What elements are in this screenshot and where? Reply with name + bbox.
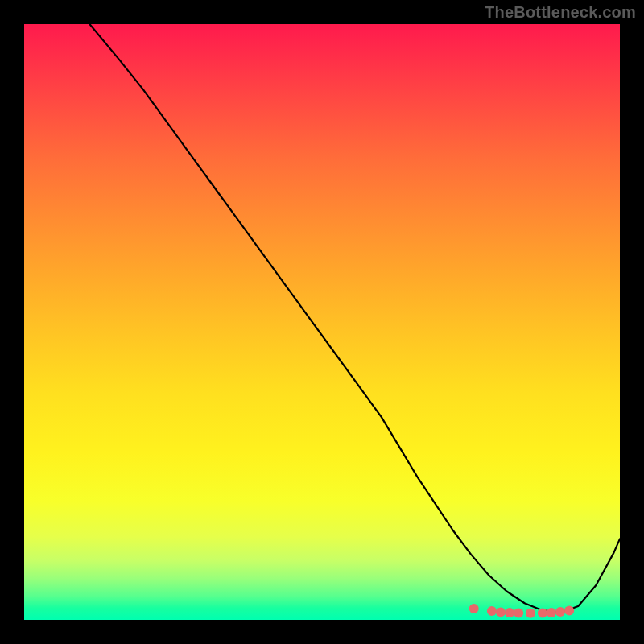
minimum-marker (505, 608, 514, 617)
minimum-marker (555, 607, 565, 617)
minimum-marker (547, 608, 556, 617)
minimum-marker (538, 608, 547, 617)
minimum-marker (526, 609, 535, 618)
minimum-marker (564, 606, 574, 616)
watermark-text: TheBottleneck.com (485, 3, 636, 22)
minimum-marker (487, 606, 497, 616)
chart-frame: TheBottleneck.com (0, 0, 644, 644)
minimum-marker (514, 608, 523, 617)
minimum-marker (469, 604, 479, 613)
minimum-markers (24, 24, 620, 620)
plot-area (24, 24, 620, 620)
minimum-marker (496, 607, 506, 617)
